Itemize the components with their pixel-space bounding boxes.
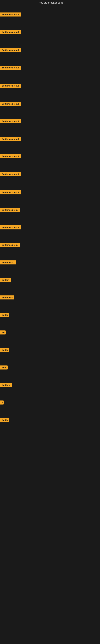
bottleneck-result-item: Bottlen: [0, 278, 11, 283]
bottleneck-result-item: Bottle: [0, 348, 9, 353]
bottleneck-badge: Bottleneck result: [0, 12, 21, 16]
bottleneck-badge: Bottleneck result: [0, 154, 21, 158]
bottleneck-badge: Bottleneck result: [0, 84, 21, 88]
bottleneck-result-item: Bott: [0, 366, 8, 370]
bottleneck-result-item: Bottleneck result: [0, 172, 21, 177]
bottleneck-badge: B: [0, 400, 3, 404]
bottleneck-badge: Bo: [0, 330, 6, 334]
bottleneck-result-item: Bottleneck r: [0, 260, 16, 265]
bottleneck-badge: Bottleneck result: [0, 119, 21, 123]
bottleneck-result-item: Bottleneck result: [0, 48, 21, 53]
bottleneck-badge: Bottleneck result: [0, 102, 21, 106]
bottleneck-result-item: Bottleneck: [0, 296, 14, 300]
bottleneck-badge: Bottle: [0, 313, 9, 317]
bottleneck-badge: Bott: [0, 366, 8, 370]
bottleneck-result-item: Bottleneck result: [0, 154, 21, 159]
bottleneck-result-item: Bo: [0, 330, 6, 335]
bottleneck-result-item: Bottleneck result: [0, 137, 21, 142]
bottleneck-result-item: Bottleneck result: [0, 12, 21, 17]
bottleneck-result-item: Bottlens: [0, 383, 12, 388]
bottleneck-badge: Bottleneck resu: [0, 243, 20, 247]
bottleneck-result-item: Bottleneck result: [0, 226, 21, 230]
bottleneck-result-item: Bottleneck result: [0, 102, 21, 107]
bottleneck-result-item: B: [0, 400, 3, 405]
bottleneck-badge: Bottleneck result: [0, 137, 21, 141]
bottleneck-badge: Bottleneck result: [0, 172, 21, 176]
site-title: TheBottlenecker.com: [0, 0, 100, 5]
bottleneck-result-item: Bottleneck result: [0, 190, 21, 195]
bottleneck-badge: Bottle: [0, 348, 9, 352]
bottleneck-badge: Bottlen: [0, 278, 11, 282]
bottleneck-result-item: Bottleneck result: [0, 84, 21, 88]
bottleneck-result-item: Bottle: [0, 418, 9, 423]
bottleneck-result-item: Bottleneck resu: [0, 208, 20, 213]
bottleneck-badge: Bottleneck result: [0, 30, 21, 34]
bottleneck-badge: Bottle: [0, 418, 9, 422]
bottleneck-badge: Bottleneck resu: [0, 208, 20, 212]
bottleneck-result-item: Bottleneck result: [0, 30, 21, 35]
bottleneck-badge: Bottleneck r: [0, 260, 16, 264]
bottleneck-badge: Bottleneck result: [0, 226, 21, 230]
bottleneck-badge: Bottlens: [0, 383, 12, 387]
bottleneck-result-item: Bottleneck resu: [0, 243, 20, 248]
bottleneck-result-item: Bottle: [0, 313, 9, 318]
bottleneck-badge: Bottleneck result: [0, 190, 21, 194]
bottleneck-badge: Bottleneck: [0, 296, 14, 300]
bottleneck-badge: Bottleneck result: [0, 48, 21, 52]
bottleneck-result-item: Bottleneck result: [0, 66, 21, 70]
bottleneck-result-item: Bottleneck result: [0, 119, 21, 124]
bottleneck-badge: Bottleneck result: [0, 66, 21, 70]
